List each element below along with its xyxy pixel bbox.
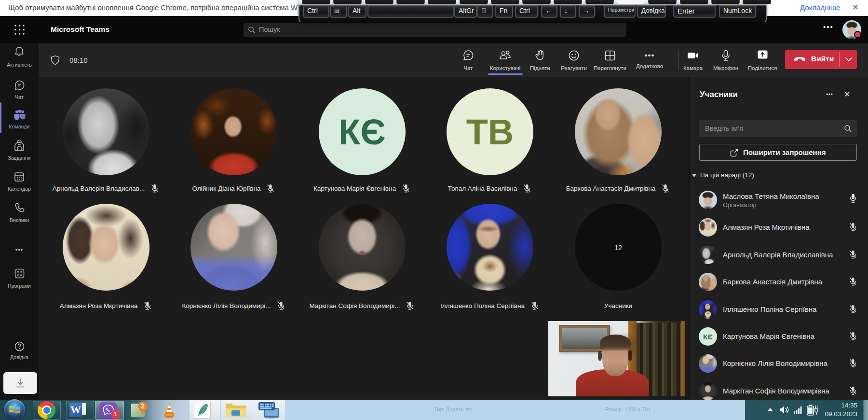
svg-text:2: 2	[141, 402, 145, 410]
